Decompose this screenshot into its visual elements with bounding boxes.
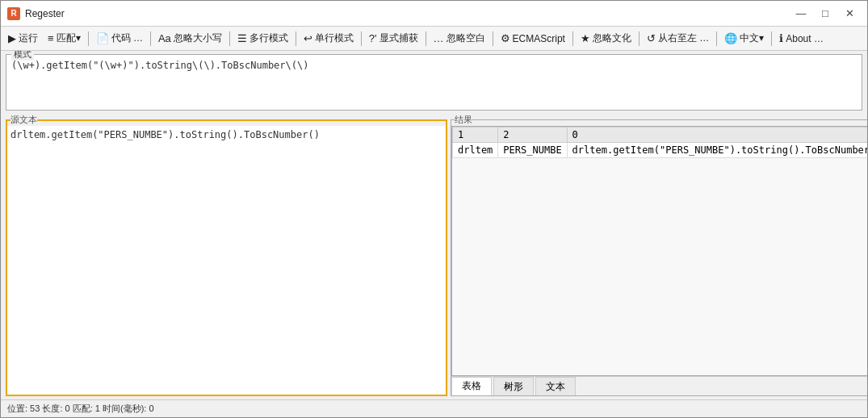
content-area: 模式 (\w+).getItem("(\w+)").toString\(\).T… [1, 51, 867, 399]
sep8 [572, 31, 573, 46]
literal-button[interactable]: ?' 显式捕获 [365, 29, 422, 48]
sep11 [771, 31, 772, 46]
ignore-culture-button[interactable]: ★ 忽略文化 [577, 29, 635, 48]
ignore-case-button[interactable]: Aа 忽略大小写 [154, 29, 226, 48]
ignore-whitespace-label: 忽略空白 [447, 31, 485, 45]
ignore-case-label: 忽略大小写 [174, 31, 222, 45]
result-panel: 结果 1 2 0 [451, 114, 862, 396]
result-header-row: 1 2 0 [453, 127, 868, 143]
lower-panels: 源文本 drltem.getItem("PERS_NUMBE").toStrin… [1, 111, 867, 399]
rtl-label: 从右至左 … [658, 31, 709, 45]
sep5 [361, 31, 362, 46]
run-icon: ▶ [8, 32, 16, 44]
source-label: 源文本 [10, 114, 37, 126]
toolbar: ▶ 运行 ≡ 匹配▾ 📄 代码 … Aа 忽略大小写 ☰ 多行模式 ↩ 单行模式… [1, 27, 867, 51]
sep10 [716, 31, 717, 46]
sep6 [426, 31, 426, 46]
ecma-icon: ⚙ [501, 32, 510, 44]
rtl-button[interactable]: ↺ 从右至左 … [643, 29, 713, 48]
multiline-label: 多行模式 [249, 31, 288, 45]
singleline-button[interactable]: ↩ 单行模式 [300, 29, 358, 48]
code-label: 代码 … [111, 31, 143, 45]
result-col-2: 2 [498, 127, 567, 143]
code-icon: 📄 [96, 32, 109, 44]
sep4 [296, 31, 296, 46]
sep1 [88, 31, 89, 46]
result-cell-0: drltem.getItem("PERS_NUMBE").toString().… [567, 143, 867, 158]
result-col-1: 1 [453, 127, 498, 143]
sep3 [229, 31, 230, 46]
result-tabs: 表格 树形 文本 [451, 376, 867, 395]
close-button[interactable]: ✕ [838, 5, 861, 23]
run-button[interactable]: ▶ 运行 [4, 29, 42, 48]
ecma-label: ECMAScript [513, 33, 565, 44]
multiline-button[interactable]: ☰ 多行模式 [233, 29, 292, 48]
status-text: 位置: 53 长度: 0 匹配: 1 时间(毫秒): 0 [7, 403, 154, 415]
app-icon: R [7, 7, 20, 20]
tab-table[interactable]: 表格 [451, 377, 492, 395]
singleline-label: 单行模式 [315, 31, 354, 45]
main-window: R Regester — □ ✕ ▶ 运行 ≡ 匹配▾ 📄 代码 … Aа 忽略… [0, 0, 868, 418]
lang-label: 中文▾ [740, 31, 764, 45]
mode-group: 模式 (\w+).getItem("(\w+)").toString\(\).T… [6, 54, 862, 111]
code-button[interactable]: 📄 代码 … [92, 29, 147, 48]
ecma-button[interactable]: ⚙ ECMAScript [497, 29, 569, 48]
source-panel: 源文本 drltem.getItem("PERS_NUMBE").toStrin… [6, 114, 447, 396]
mode-content: (\w+).getItem("(\w+)").toString\(\).ToBs… [6, 55, 862, 76]
about-button[interactable]: ℹ About … [775, 29, 828, 48]
lang-button[interactable]: 🌐 中文▾ [720, 29, 768, 48]
source-textarea[interactable]: drltem.getItem("PERS_NUMBE").toString().… [7, 126, 446, 395]
result-table: 1 2 0 drltem PERS_NUMBE drltem.getItem("… [452, 127, 867, 158]
minimize-button[interactable]: — [790, 5, 812, 23]
ignore-culture-label: 忽略文化 [593, 31, 631, 45]
ignore-whitespace-button[interactable]: … 忽略空白 [430, 29, 489, 48]
sep9 [639, 31, 639, 46]
lang-icon: 🌐 [724, 32, 737, 44]
ignore-case-icon: Aа [158, 32, 171, 44]
window-title: Regester [25, 8, 790, 19]
literal-label: 显式捕获 [379, 31, 418, 45]
match-button[interactable]: ≡ 匹配▾ [44, 29, 85, 48]
multiline-icon: ☰ [237, 32, 247, 44]
literal-icon: ?' [369, 32, 377, 44]
singleline-icon: ↩ [304, 32, 312, 44]
tab-tree[interactable]: 树形 [493, 377, 534, 395]
result-cell-2: PERS_NUMBE [498, 143, 567, 158]
sep2 [150, 31, 151, 46]
result-cell-1: drltem [453, 143, 498, 158]
run-label: 运行 [19, 31, 38, 45]
ignore-whitespace-icon: … [434, 32, 444, 44]
sep7 [493, 31, 493, 46]
result-col-0: 0 [567, 127, 867, 143]
maximize-button[interactable]: □ [814, 5, 837, 23]
ignore-culture-icon: ★ [581, 32, 590, 44]
mode-group-label: 模式 [11, 51, 34, 61]
about-label: About … [786, 33, 824, 44]
table-row: drltem PERS_NUMBE drltem.getItem("PERS_N… [453, 143, 868, 158]
about-icon: ℹ [779, 32, 783, 44]
rtl-icon: ↺ [647, 32, 656, 44]
result-box: 1 2 0 drltem PERS_NUMBE drltem.getItem("… [451, 126, 867, 376]
status-bar: 位置: 53 长度: 0 匹配: 1 时间(毫秒): 0 [1, 399, 867, 417]
match-label: 匹配▾ [57, 31, 81, 45]
tab-text[interactable]: 文本 [535, 377, 576, 395]
window-controls: — □ ✕ [790, 5, 861, 23]
result-label: 结果 [455, 114, 472, 126]
match-icon: ≡ [48, 32, 54, 44]
title-bar: R Regester — □ ✕ [1, 1, 867, 27]
